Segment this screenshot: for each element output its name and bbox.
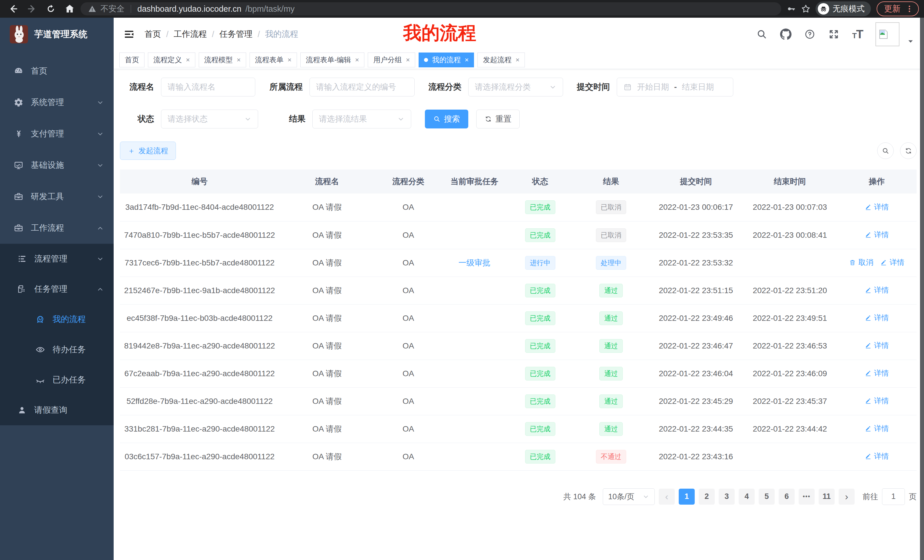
action-label: 详情 <box>874 424 889 434</box>
bookmark-star-icon[interactable] <box>801 4 811 14</box>
status-select[interactable]: 请选择状态 <box>161 109 258 129</box>
sidebar-item-系统管理[interactable]: 系统管理 <box>0 87 114 118</box>
tab-流程表单[interactable]: 流程表单× <box>249 52 297 67</box>
close-icon[interactable]: × <box>355 56 359 64</box>
close-icon[interactable]: × <box>406 56 410 64</box>
prev-page-button[interactable]: ‹ <box>659 489 675 505</box>
tab-label: 流程定义 <box>153 55 182 64</box>
password-key-icon[interactable] <box>786 4 796 14</box>
tab-首页[interactable]: 首页 <box>119 52 144 67</box>
action-详情[interactable]: 详情 <box>865 313 889 323</box>
back-icon[interactable] <box>5 1 21 16</box>
goto-page-input[interactable] <box>882 488 905 505</box>
page-button-4[interactable]: 4 <box>739 489 754 505</box>
reset-button[interactable]: 重置 <box>476 109 520 129</box>
action-详情[interactable]: 详情 <box>865 340 889 350</box>
cell-result: 通过 <box>573 387 649 415</box>
result-placeholder: 请选择流结果 <box>319 114 367 124</box>
close-icon[interactable]: × <box>186 56 190 64</box>
action-详情[interactable]: 详情 <box>865 451 889 461</box>
refresh-table-icon[interactable] <box>900 142 916 159</box>
cell-actions: 详情 <box>837 221 916 249</box>
breadcrumb-item[interactable]: 工作流程 <box>174 28 207 40</box>
page-scrollbar[interactable] <box>920 18 924 560</box>
page-size-select[interactable]: 10条/页 <box>603 488 655 505</box>
sidebar-item-任务管理[interactable]: 任务管理 <box>0 274 114 304</box>
sidebar-item-请假查询[interactable]: 请假查询 <box>0 395 114 425</box>
sidebar-collapse-icon[interactable] <box>123 28 135 40</box>
reload-icon[interactable] <box>43 1 59 16</box>
page-button-11[interactable]: 11 <box>819 489 835 505</box>
table-body: 3ad174fb-7b9d-11ec-8404-acde48001122OA 请… <box>120 193 916 470</box>
breadcrumb-item[interactable]: 首页 <box>144 28 161 40</box>
search-icon[interactable] <box>756 28 768 40</box>
sidebar-item-基础设施[interactable]: 基础设施 <box>0 150 114 181</box>
browser-menu-icon[interactable] <box>905 4 914 13</box>
sidebar-item-工作流程[interactable]: 工作流程 <box>0 213 114 244</box>
cell-status: 已完成 <box>507 332 573 359</box>
sidebar-item-支付管理[interactable]: 支付管理 <box>0 118 114 150</box>
page-button-3[interactable]: 3 <box>719 489 735 505</box>
action-取消[interactable]: 取消 <box>849 258 873 267</box>
category-select[interactable]: 请选择流程分类 <box>468 78 563 96</box>
help-icon[interactable] <box>804 28 816 40</box>
page-button-6[interactable]: 6 <box>778 489 795 505</box>
edit-icon <box>865 231 872 238</box>
tab-我的流程[interactable]: 我的流程× <box>418 52 474 67</box>
search-button[interactable]: 搜索 <box>425 109 468 129</box>
tab-流程定义[interactable]: 流程定义× <box>148 52 195 67</box>
tab-流程表单-编辑[interactable]: 流程表单-编辑× <box>300 52 364 67</box>
start-process-button[interactable]: ＋ 发起流程 <box>120 142 176 160</box>
tab-流程模型[interactable]: 流程模型× <box>199 52 246 67</box>
address-bar[interactable]: 不安全 dashboard.yudao.iocoder.cn/bpm/task/… <box>81 2 781 15</box>
date-range-picker[interactable]: 开始日期 - 结束日期 <box>617 78 733 96</box>
page-button-5[interactable]: 5 <box>759 489 775 505</box>
close-icon[interactable]: × <box>515 56 519 64</box>
page-button-1[interactable]: 1 <box>679 489 695 505</box>
show-search-icon[interactable] <box>877 142 894 159</box>
action-详情[interactable]: 详情 <box>880 258 904 267</box>
sidebar-item-研发工具[interactable]: 研发工具 <box>0 181 114 213</box>
user-avatar[interactable] <box>876 22 900 46</box>
sidebar-item-流程管理[interactable]: 流程管理 <box>0 244 114 274</box>
sidebar-item-待办任务[interactable]: 待办任务 <box>0 334 114 365</box>
cell-id: 03c6c157-7b9a-11ec-a290-acde48001122 <box>120 443 279 470</box>
sidebar-item-我的流程[interactable]: 我的流程 <box>0 304 114 334</box>
list-icon <box>17 254 27 264</box>
action-详情[interactable]: 详情 <box>865 424 889 434</box>
action-详情[interactable]: 详情 <box>865 396 889 406</box>
tab-用户分组[interactable]: 用户分组× <box>368 52 415 67</box>
status-badge: 进行中 <box>525 256 555 270</box>
action-详情[interactable]: 详情 <box>865 285 889 295</box>
close-icon[interactable]: × <box>237 56 241 64</box>
cell-status: 已完成 <box>507 221 573 249</box>
next-page-button[interactable]: › <box>838 489 855 505</box>
action-详情[interactable]: 详情 <box>865 368 889 378</box>
task-link[interactable]: 一级审批 <box>459 258 490 267</box>
avatar-caret-icon[interactable] <box>907 38 914 45</box>
close-icon[interactable]: × <box>288 56 291 64</box>
app-logo[interactable]: 芋道管理系统 <box>0 18 114 51</box>
breadcrumb-item[interactable]: 任务管理 <box>219 28 252 40</box>
result-select[interactable]: 请选择流结果 <box>312 109 411 129</box>
github-icon[interactable] <box>780 28 792 40</box>
page-button-2[interactable]: 2 <box>699 489 715 505</box>
browser-update-button[interactable]: 更新 <box>877 1 919 16</box>
name-input[interactable] <box>161 78 255 96</box>
action-详情[interactable]: 详情 <box>865 230 889 240</box>
fullscreen-icon[interactable] <box>828 28 840 40</box>
close-icon[interactable]: × <box>465 56 469 64</box>
sidebar-item-首页[interactable]: 首页 <box>0 55 114 87</box>
incognito-icon <box>818 3 829 15</box>
sidebar-item-已办任务[interactable]: 已办任务 <box>0 365 114 395</box>
action-详情[interactable]: 详情 <box>865 202 889 212</box>
tab-发起流程[interactable]: 发起流程× <box>477 52 525 67</box>
more-pages-button[interactable]: ••• <box>799 489 814 505</box>
font-size-icon[interactable]: TT <box>852 27 863 41</box>
column-header: 流程名 <box>279 169 375 193</box>
tab-label: 流程表单 <box>255 55 284 64</box>
home-icon[interactable] <box>62 1 78 16</box>
process-input[interactable] <box>309 78 415 96</box>
forward-icon[interactable] <box>24 1 40 16</box>
cell-status: 已完成 <box>507 387 573 415</box>
